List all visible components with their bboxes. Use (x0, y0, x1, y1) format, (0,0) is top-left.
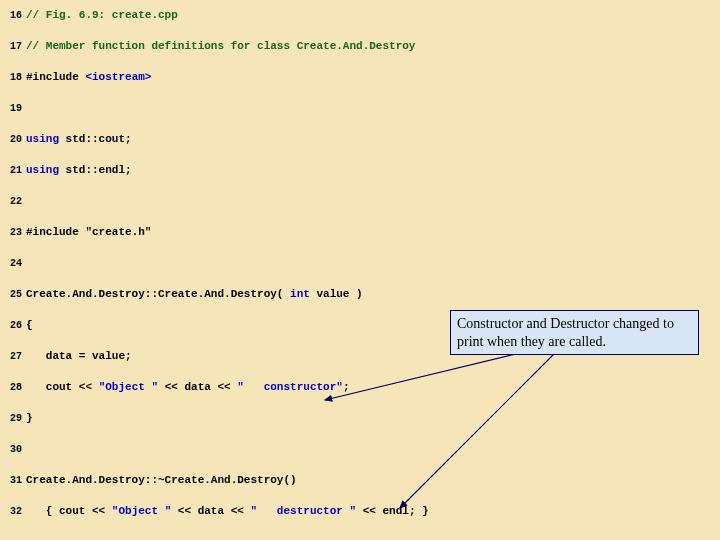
code-line: 16// Fig. 6.9: create.cpp (0, 0, 720, 31)
code-content: Create.And.Destroy::Create.And.Destroy( … (26, 279, 363, 310)
code-content: // Member function definitions for class… (26, 31, 415, 62)
line-number: 22 (0, 186, 26, 217)
code-line: 21using std::endl; (0, 155, 720, 186)
line-number: 16 (0, 0, 26, 31)
code-content: using std::cout; (26, 124, 132, 155)
line-number: 25 (0, 279, 26, 310)
code-content: cout << "Object " << data << " construct… (26, 372, 350, 403)
line-number: 30 (0, 434, 26, 465)
code-content: } (26, 403, 33, 434)
code-line: 19 (0, 93, 720, 124)
code-content: Create.And.Destroy::~Create.And.Destroy(… (26, 465, 297, 496)
code-content: #include <iostream> (26, 62, 151, 93)
line-number: 18 (0, 62, 26, 93)
line-number: 21 (0, 155, 26, 186)
line-number: 32 (0, 496, 26, 527)
code-line: 30 (0, 434, 720, 465)
code-content: using std::endl; (26, 155, 132, 186)
line-number: 27 (0, 341, 26, 372)
code-line: 31Create.And.Destroy::~Create.And.Destro… (0, 465, 720, 496)
line-number: 31 (0, 465, 26, 496)
code-listing: 16// Fig. 6.9: create.cpp17// Member fun… (0, 0, 720, 527)
code-line: 23#include "create.h" (0, 217, 720, 248)
code-content: #include "create.h" (26, 217, 151, 248)
code-content: { cout << "Object " << data << " destruc… (26, 496, 429, 527)
code-line: 24 (0, 248, 720, 279)
code-content: // Fig. 6.9: create.cpp (26, 0, 178, 31)
code-content: data = value; (26, 341, 132, 372)
line-number: 23 (0, 217, 26, 248)
code-line: 29} (0, 403, 720, 434)
line-number: 29 (0, 403, 26, 434)
code-line: 32 { cout << "Object " << data << " dest… (0, 496, 720, 527)
code-line: 25Create.And.Destroy::Create.And.Destroy… (0, 279, 720, 310)
line-number: 28 (0, 372, 26, 403)
annotation-callout: Constructor and Destructor changed to pr… (450, 310, 699, 355)
code-line: 22 (0, 186, 720, 217)
line-number: 19 (0, 93, 26, 124)
line-number: 24 (0, 248, 26, 279)
code-line: 20using std::cout; (0, 124, 720, 155)
code-content: { (26, 310, 33, 341)
code-line: 28 cout << "Object " << data << " constr… (0, 372, 720, 403)
callout-text: Constructor and Destructor changed to pr… (457, 316, 674, 349)
code-line: 17// Member function definitions for cla… (0, 31, 720, 62)
code-line: 18#include <iostream> (0, 62, 720, 93)
line-number: 26 (0, 310, 26, 341)
line-number: 20 (0, 124, 26, 155)
line-number: 17 (0, 31, 26, 62)
